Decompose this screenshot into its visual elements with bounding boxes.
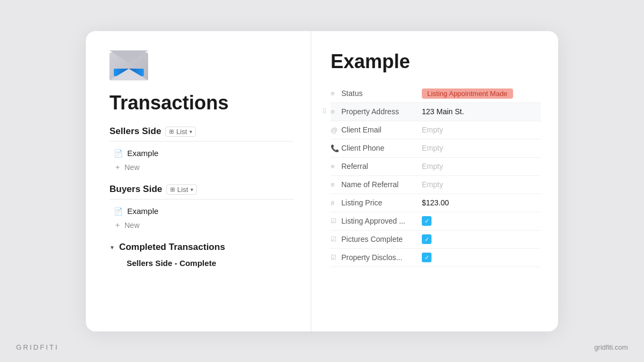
prop-value-listing-price: $123.00 bbox=[422, 198, 449, 207]
check-icon-disclosure: ☑ bbox=[331, 254, 341, 261]
prop-value-address: 123 Main St. bbox=[422, 107, 464, 116]
list-icon-referral: ≡ bbox=[331, 162, 341, 171]
prop-row-name-referral: ≡ Name of Referral Empty bbox=[331, 176, 541, 194]
sellers-side-header: Sellers Side ⊞ List ▾ bbox=[109, 126, 294, 142]
doc-icon: 📄 bbox=[114, 149, 123, 158]
prop-row-pictures-complete: ☑ Pictures Complete ✓ bbox=[331, 231, 541, 249]
check-icon-listing-approved: ☑ bbox=[331, 217, 341, 225]
buyers-side-title: Buyers Side bbox=[109, 184, 162, 195]
prop-row-referral: ≡ Referral Empty bbox=[331, 158, 541, 176]
watermark-right: gridfiti.com bbox=[594, 343, 628, 351]
buyers-example-item[interactable]: 📄 Example bbox=[109, 204, 294, 218]
page-title: Transactions bbox=[109, 92, 294, 114]
prop-label-disclosure: Property Disclos... bbox=[341, 253, 422, 262]
prop-row-property-disclosure: ☑ Property Disclos... ✓ bbox=[331, 249, 541, 267]
plus-icon-2: ＋ bbox=[114, 220, 121, 230]
checkbox-property-disclosure[interactable]: ✓ bbox=[422, 253, 431, 262]
plus-icon: ＋ bbox=[114, 162, 121, 172]
prop-row-email: @ Client Email Empty bbox=[331, 121, 541, 139]
checkbox-pictures-complete[interactable]: ✓ bbox=[422, 234, 431, 244]
check-icon-pictures: ☑ bbox=[331, 235, 341, 243]
triangle-icon: ▼ bbox=[109, 245, 115, 250]
example-title: Example bbox=[331, 50, 541, 73]
app-icon bbox=[109, 50, 148, 80]
prop-label-name-referral: Name of Referral bbox=[341, 180, 422, 189]
doc-icon-2: 📄 bbox=[114, 207, 123, 216]
prop-label-phone: Client Phone bbox=[341, 144, 422, 152]
prop-value-referral: Empty bbox=[422, 162, 443, 171]
status-badge: Listing Appointment Made bbox=[422, 88, 513, 99]
prop-value-email: Empty bbox=[422, 125, 443, 134]
sellers-side-list-badge[interactable]: ⊞ List ▾ bbox=[165, 127, 195, 137]
list-icon-name-referral: ≡ bbox=[331, 181, 341, 189]
list-icon-address: ≡ bbox=[331, 108, 341, 116]
buyers-side-header: Buyers Side ⊞ List ▾ bbox=[109, 184, 294, 200]
sellers-example-item[interactable]: 📄 Example bbox=[109, 146, 294, 160]
watermark-left: GRIDFITI bbox=[16, 343, 59, 351]
prop-row-listing-approved: ☑ Listing Approved ... ✓ bbox=[331, 212, 541, 231]
prop-label-status: Status bbox=[341, 89, 422, 98]
prop-label-address: Property Address bbox=[341, 107, 422, 116]
prop-row-status: ≡ Status Listing Appointment Made bbox=[331, 85, 541, 103]
left-panel: Transactions Sellers Side ⊞ List ▾ 📄 Exa… bbox=[86, 31, 311, 331]
list-icon-status: ≡ bbox=[331, 90, 341, 98]
prop-value-name-referral: Empty bbox=[422, 180, 443, 189]
prop-value-phone: Empty bbox=[422, 144, 443, 152]
prop-row-listing-price: # Listing Price $123.00 bbox=[331, 194, 541, 212]
sellers-new-button[interactable]: ＋ New bbox=[109, 160, 294, 174]
prop-label-listing-price: Listing Price bbox=[341, 198, 422, 207]
prop-row-phone: 📞 Client Phone Empty bbox=[331, 139, 541, 158]
completed-title: Completed Transactions bbox=[119, 242, 225, 253]
at-icon: @ bbox=[331, 126, 341, 134]
prop-label-listing-approved: Listing Approved ... bbox=[341, 217, 422, 225]
properties-table: ≡ Status Listing Appointment Made ⠿ ≡ Pr… bbox=[331, 85, 541, 267]
checkbox-listing-approved[interactable]: ✓ bbox=[422, 216, 431, 226]
right-panel: Example ≡ Status Listing Appointment Mad… bbox=[311, 31, 558, 331]
prop-label-email: Client Email bbox=[341, 125, 422, 134]
sellers-side-complete-item[interactable]: Sellers Side - Complete bbox=[109, 256, 294, 270]
buyers-new-button[interactable]: ＋ New bbox=[109, 218, 294, 232]
drag-handle-icon: ⠿ bbox=[322, 108, 327, 115]
prop-label-referral: Referral bbox=[341, 162, 422, 171]
sellers-side-title: Sellers Side bbox=[109, 126, 161, 137]
prop-row-address: ⠿ ≡ Property Address 123 Main St. bbox=[331, 103, 541, 121]
completed-header[interactable]: ▼ Completed Transactions bbox=[109, 242, 294, 253]
buyers-side-list-badge[interactable]: ⊞ List ▾ bbox=[166, 184, 196, 195]
phone-icon: 📞 bbox=[331, 144, 341, 152]
prop-label-pictures: Pictures Complete bbox=[341, 235, 422, 243]
hash-icon: # bbox=[331, 199, 341, 207]
completed-section: ▼ Completed Transactions Sellers Side - … bbox=[109, 242, 294, 270]
main-card: Transactions Sellers Side ⊞ List ▾ 📄 Exa… bbox=[86, 31, 558, 331]
